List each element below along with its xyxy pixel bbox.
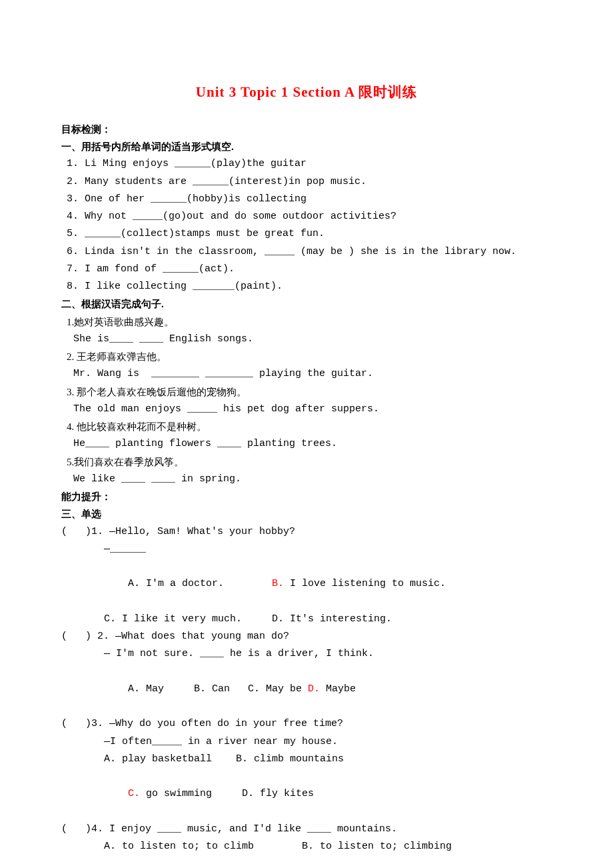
s2-q3-en: The old man enjoys _____ his pet dog aft… <box>61 401 552 418</box>
page-title: Unit 3 Topic 1 Section A 限时训练 <box>61 80 552 105</box>
s3-q3-stem2: —I often_____ in a river near my house. <box>61 733 552 751</box>
s3-q3-optCD: C. go swimming D. fly kites <box>61 768 552 821</box>
s3-q3-stem: ( )3. —Why do you often do in your free … <box>61 715 552 733</box>
s3-q1-stem: ( )1. —Hello, Sam! What's your hobby? <box>61 523 552 541</box>
s3-q3-optC-label: C. <box>128 788 140 799</box>
s2-q4-zh: 4. 他比较喜欢种花而不是种树。 <box>61 418 552 435</box>
objective-heading: 目标检测： <box>61 121 552 138</box>
section3-heading: 三、单选 <box>61 505 552 523</box>
s1-item-1: 1. Li Ming enjoys ______(play)the guitar <box>61 155 552 173</box>
s2-q5-zh: 5.我们喜欢在春季放风筝。 <box>61 453 552 471</box>
s3-q2-stem: ( ) 2. —What does that young man do? <box>61 628 552 645</box>
s1-item-4: 4. Why not _____(go)out and do some outd… <box>61 208 552 225</box>
s2-q2-zh: 2. 王老师喜欢弹吉他。 <box>61 348 552 365</box>
s3-q1-optA: A. I'm a doctor. <box>128 578 272 589</box>
s1-item-2: 2. Many students are ______(interest)in … <box>61 173 552 191</box>
s3-q2-stem2: — I'm not sure. ____ he is a driver, I t… <box>61 645 552 663</box>
s1-item-7: 7. I am fond of ______(act). <box>61 261 552 278</box>
s3-q4-optCD: C. listening to; to climb D. listening t… <box>61 855 552 868</box>
s3-q1-optAB: A. I'm a doctor. B. I love listening to … <box>61 558 552 611</box>
s3-q2-optABC: A. May B. Can C. May be <box>128 683 308 695</box>
s2-q5-en: We like ____ ____ in spring. <box>61 471 552 488</box>
s3-q1-optB-label: B. <box>272 578 284 589</box>
s2-q4-en: He____ planting flowers ____ planting tr… <box>61 435 552 453</box>
s2-q1-en: She is____ ____ English songs. <box>61 331 552 348</box>
ability-heading: 能力提升： <box>61 488 552 505</box>
s3-q3-optAB: A. play basketball B. climb mountains <box>61 751 552 768</box>
s1-item-3: 3. One of her ______(hobby)is collecting <box>61 191 552 208</box>
s3-q1-optB-text: I love listening to music. <box>284 578 446 589</box>
s3-q2-optD-label: D. <box>308 683 320 695</box>
s1-item-5: 5. ______(collect)stamps must be great f… <box>61 225 552 243</box>
s3-q2-optD-text: Maybe <box>320 683 356 695</box>
s2-q3-zh: 3. 那个老人喜欢在晚饭后遛他的宠物狗。 <box>61 383 552 401</box>
s3-q1-optCD: C. I like it very much. D. It's interest… <box>61 611 552 628</box>
s2-q1-zh: 1.她对英语歌曲感兴趣。 <box>61 313 552 331</box>
s3-q4-stem: ( )4. I enjoy ____ music, and I'd like _… <box>61 821 552 838</box>
s3-q3-optC-text: go swimming D. fly kites <box>140 788 314 799</box>
s1-item-6: 6. Linda isn't in the classroom, _____ (… <box>61 243 552 261</box>
s3-q2-opts: A. May B. Can C. May be D. Maybe <box>61 663 552 716</box>
s1-item-8: 8. I like collecting _______(paint). <box>61 278 552 295</box>
s3-q4-optAB: A. to listen to; to climb B. to listen t… <box>61 838 552 855</box>
s3-q1-stem2: —______ <box>61 541 552 558</box>
section1-heading: 一、用括号内所给单词的适当形式填空. <box>61 138 552 155</box>
section2-heading: 二、根据汉语完成句子. <box>61 295 552 313</box>
s2-q2-en: Mr. Wang is ________ ________ playing th… <box>61 365 552 383</box>
document-page: Unit 3 Topic 1 Section A 限时训练 目标检测： 一、用括… <box>0 0 613 868</box>
